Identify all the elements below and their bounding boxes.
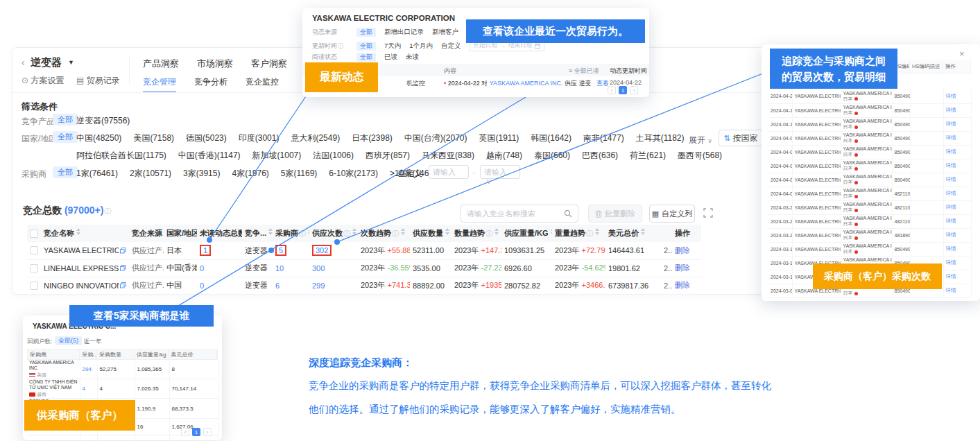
row-checkbox[interactable] bbox=[30, 264, 38, 273]
filter-option[interactable]: 德国(5023) bbox=[186, 132, 227, 144]
expand-toggle[interactable]: 展开 ∨ bbox=[689, 135, 712, 146]
filter-option[interactable]: 荷兰(621) bbox=[630, 150, 666, 162]
unread-count-link[interactable]: 1 bbox=[200, 245, 211, 256]
unread-count-link[interactable]: 0 bbox=[200, 264, 204, 273]
supplier-name[interactable]: YASKAWA ELECTRIC CORP... bbox=[795, 164, 841, 168]
tab[interactable]: 客户洞察 bbox=[251, 58, 287, 76]
buyers-count-link[interactable]: 10 bbox=[275, 264, 284, 273]
filter-option[interactable]: 越南(748) bbox=[486, 150, 522, 162]
filter-country-all[interactable]: 全部 bbox=[53, 131, 78, 143]
sort-icon[interactable] bbox=[551, 228, 552, 235]
filter-option[interactable]: 韩国(1642) bbox=[531, 132, 571, 144]
buyer-name[interactable]: YASKAWA AMERICA INC. bbox=[843, 174, 893, 179]
filter-option[interactable]: 7天内 bbox=[384, 42, 401, 51]
fullscreen-icon[interactable] bbox=[703, 208, 713, 218]
sort-icon[interactable] bbox=[352, 228, 356, 235]
subtab[interactable]: 竞争分析 bbox=[194, 76, 227, 93]
filter-option[interactable]: 新加坡(1007) bbox=[252, 150, 302, 162]
pagination[interactable]: ‹1› bbox=[608, 86, 638, 94]
detail-link[interactable]: 详情 bbox=[946, 107, 956, 113]
filter-option[interactable]: 中国(香港)(1147) bbox=[178, 150, 241, 162]
detail-link[interactable]: 详情 bbox=[946, 287, 956, 293]
unread-count-link[interactable]: 0 bbox=[200, 282, 204, 290]
sort-icon[interactable] bbox=[445, 228, 449, 235]
pagination[interactable]: ‹1› bbox=[181, 428, 212, 436]
sort-icon[interactable] bbox=[308, 228, 309, 235]
detail-link[interactable]: 详情 bbox=[946, 273, 956, 279]
subtab[interactable]: 竞企监控 bbox=[246, 76, 279, 93]
filter-option[interactable]: 新增客户 bbox=[432, 28, 458, 37]
detail-link[interactable]: 详情 bbox=[946, 162, 956, 168]
filter-option[interactable]: 1个月内 bbox=[409, 42, 433, 51]
supplier-name[interactable]: YASKAWA ELECTRIC CORP... bbox=[795, 136, 841, 141]
supplier-name[interactable]: YASKAWA ELECTRIC CORP... bbox=[795, 191, 841, 196]
sort-icon[interactable] bbox=[268, 228, 273, 235]
filter-option[interactable]: 英国(1911) bbox=[479, 132, 519, 144]
copy-icon[interactable] bbox=[120, 248, 126, 254]
competitor-name[interactable]: LINEHAUL EXPRESS HK LTD bbox=[44, 264, 119, 273]
row-checkbox[interactable] bbox=[30, 282, 38, 290]
buyer-name[interactable]: YASKAWA AMERICA INC. bbox=[843, 188, 893, 193]
detail-link[interactable]: 详情 bbox=[946, 148, 956, 155]
plan-settings-button[interactable]: ⊙ 方案设置 bbox=[22, 75, 64, 87]
filter-all[interactable]: 全部 bbox=[356, 53, 376, 62]
detail-link[interactable]: 详情 bbox=[946, 121, 956, 127]
supplier-name[interactable]: YASKAWA ELECTRIC CORP... bbox=[795, 150, 841, 155]
buyer-name[interactable]: YASKAWA AMERICA INC. bbox=[843, 257, 893, 262]
custom-columns-button[interactable]: ▦自定义列 bbox=[649, 205, 695, 223]
filter-option[interactable]: 泰国(660) bbox=[534, 150, 570, 162]
delete-link[interactable]: 删除 bbox=[675, 281, 690, 289]
sort-icon[interactable] bbox=[76, 228, 80, 235]
buyer-name[interactable]: YASKAWA AMERICA INC. bbox=[29, 360, 78, 371]
filter-option[interactable]: 墨西哥(568) bbox=[678, 150, 722, 162]
filter-option[interactable]: 马来西亚(838) bbox=[422, 150, 474, 162]
filter-option[interactable]: 土耳其(1182) bbox=[636, 132, 685, 144]
delete-link[interactable]: 删除 bbox=[675, 263, 690, 272]
buyers-filter-option[interactable]: 近一年 bbox=[84, 338, 102, 346]
row-checkbox[interactable] bbox=[30, 246, 38, 254]
detail-link[interactable]: 详情 bbox=[946, 259, 956, 266]
search-input[interactable]: 请输入竞企名称搜索 bbox=[461, 205, 578, 223]
filter-option[interactable]: 日本(2398) bbox=[352, 132, 393, 144]
purchase-times-link[interactable]: 4 bbox=[83, 386, 85, 392]
buyer-name[interactable]: YASKAWA AMERICA INC. bbox=[843, 119, 893, 123]
filter-option[interactable]: 自定义 bbox=[441, 42, 461, 51]
sort-icon[interactable] bbox=[641, 228, 645, 235]
competitor-name[interactable]: NINGBO INNOVATION ELECTRONI bbox=[44, 282, 119, 290]
detail-link[interactable]: 详情 bbox=[946, 204, 956, 210]
detail-link[interactable]: 详情 bbox=[946, 93, 956, 99]
buyer-name[interactable]: YASKAWA AMERICA INC. bbox=[843, 132, 893, 137]
filter-option[interactable]: 未读 bbox=[406, 53, 419, 62]
detail-link[interactable]: 详情 bbox=[946, 176, 956, 182]
buyer-name[interactable]: YASKAWA AMERICA INC. bbox=[843, 105, 893, 110]
close-icon[interactable]: × bbox=[959, 49, 965, 59]
filter-option[interactable]: 阿拉伯联合酋长国(1175) bbox=[76, 150, 166, 162]
detail-link[interactable]: 详情 bbox=[946, 245, 956, 252]
supplier-name[interactable]: YASKAWA ELECTRIC CORP... bbox=[795, 219, 841, 224]
mark-all-read-button[interactable]: ≡ 全部已读 bbox=[569, 67, 599, 76]
detail-link[interactable]: 详情 bbox=[946, 218, 956, 224]
detail-link[interactable]: 详情 bbox=[946, 190, 956, 196]
filter-option[interactable]: 已读 bbox=[384, 53, 397, 62]
supply-times-link[interactable]: 302 bbox=[312, 245, 332, 256]
filter-option[interactable]: 巴西(636) bbox=[582, 150, 618, 162]
supply-times-link[interactable]: 299 bbox=[312, 282, 325, 290]
filter-all[interactable]: 全部 bbox=[356, 28, 376, 37]
filter-option[interactable]: 中国(48250) bbox=[76, 132, 121, 144]
filter-option[interactable]: 逆变器(97556) bbox=[76, 115, 130, 127]
tab[interactable]: 产品洞察 bbox=[143, 58, 179, 76]
supplier-name[interactable]: YASKAWA ELECTRIC CORP... bbox=[795, 205, 841, 210]
select-all-checkbox[interactable] bbox=[30, 230, 38, 238]
back-icon[interactable]: ‹ bbox=[22, 57, 25, 68]
purchase-times-link[interactable]: 294 bbox=[83, 366, 92, 372]
filter-all[interactable]: 全部 bbox=[356, 42, 376, 51]
buyer-name[interactable]: YASKAWA AMERICA INC. bbox=[843, 243, 893, 248]
batch-delete-button[interactable]: 批量删除 bbox=[588, 205, 642, 223]
filter-product-all[interactable]: 全部 bbox=[53, 114, 78, 126]
buyer-name[interactable]: YASKAWA AMERICA INC. bbox=[843, 91, 893, 96]
buyer-name[interactable]: YASKAWA AMERICA INC. bbox=[843, 202, 893, 207]
filter-option[interactable]: 意大利(2549) bbox=[291, 132, 340, 144]
buyer-name[interactable]: YASKAWA AMERICA INC. bbox=[843, 146, 893, 151]
buyer-name[interactable]: CÔNG TY TNHH ĐIỆN TỬ UMC VIỆT NAM bbox=[29, 379, 78, 390]
filter-option[interactable]: 新增出口记录 bbox=[384, 28, 424, 37]
